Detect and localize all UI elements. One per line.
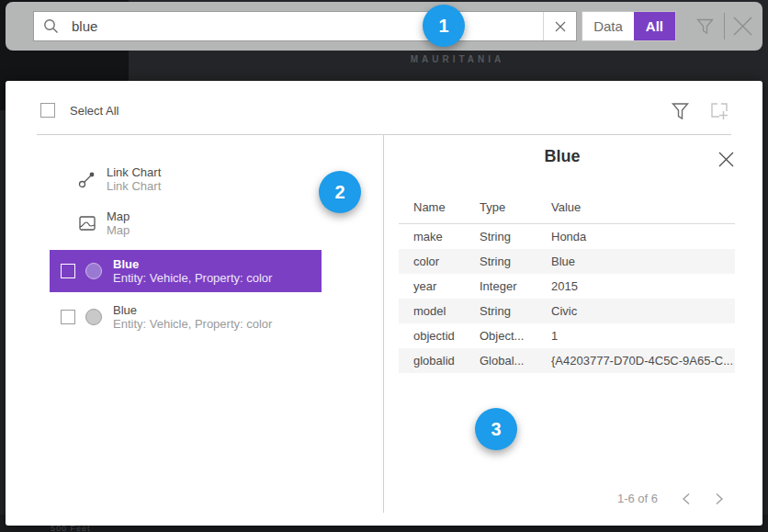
search-input[interactable] [59,18,543,34]
result-subtitle: Map [107,223,130,237]
funnel-icon [672,102,689,120]
table-cell: String [480,299,551,323]
toolbar-filter-button[interactable] [695,17,715,36]
table-row: makeStringHonda [399,224,735,250]
result-title: Link Chart [107,165,161,179]
result-title: Map [107,209,130,223]
table-row: objectidObject...1 [399,323,735,348]
result-text: BlueEntity: Vehicle, Property: color [113,257,272,285]
search-toolbar: Data All [6,2,762,51]
add-selection-button[interactable] [709,101,729,121]
select-all-checkbox[interactable] [40,103,55,118]
table-cell: {A4203777-D70D-4C5C-9A65-C... [551,348,735,373]
table-cell: Object... [480,323,551,348]
annotation-badge-3: 3 [475,408,517,450]
table-cell: Blue [551,249,735,274]
property-table: NameTypeValue makeStringHondacolorString… [399,193,735,373]
table-row: colorStringBlue [399,249,735,274]
table-cell: objectid [399,323,480,348]
pagination-next-button[interactable] [715,492,724,505]
toolbar-close-button[interactable] [730,14,755,39]
map-icon [77,213,97,233]
select-all-row: Select All [40,103,119,118]
funnel-icon [695,17,715,36]
select-all-label: Select All [70,104,119,118]
close-icon [730,14,755,39]
entity-dot-icon [85,263,102,279]
pagination: 1-6 of 6 [617,492,724,505]
table-row: globalidGlobal...{A4203777-D70D-4C5C-9A6… [399,348,735,373]
column-header-type: Type [480,193,551,224]
clear-search-button[interactable] [543,12,576,40]
toggle-option-all[interactable]: All [634,12,675,40]
result-text: MapMap [107,209,130,237]
table-cell: String [480,224,551,250]
table-cell: Global... [480,348,551,373]
header-divider [37,134,731,135]
pagination-prev-button[interactable] [682,492,691,505]
link-chart-icon [77,169,97,189]
entity-dot-icon [85,309,102,325]
result-subtitle: Entity: Vehicle, Property: color [113,271,272,285]
detail-close-button[interactable] [717,151,735,168]
table-cell: year [399,274,480,299]
scope-toggle: Data All [582,11,676,41]
table-row: yearInteger2015 [399,274,735,299]
table-cell: model [399,299,480,323]
map-label-mauritania: MAURITANIA [73,54,768,64]
column-header-name: Name [399,193,480,224]
result-text: BlueEntity: Vehicle, Property: color [113,303,272,331]
detail-title: Blue [383,147,741,166]
result-subtitle: Entity: Vehicle, Property: color [113,317,272,331]
pagination-label: 1-6 of 6 [617,492,658,505]
result-item-map[interactable]: MapMap [37,203,322,243]
result-text: Link ChartLink Chart [107,165,161,193]
result-title: Blue [113,257,272,271]
toggle-option-data[interactable]: Data [582,12,634,40]
close-icon [717,151,735,168]
result-item-link-chart[interactable]: Link ChartLink Chart [37,159,322,199]
search-icon [43,18,59,34]
panel-divider [383,135,384,513]
screenshot-root: WESTERN SAHARA MAURITANIA 500 Feet Data … [0,0,768,532]
result-item-blue[interactable]: BlueEntity: Vehicle, Property: color [50,296,322,338]
toolbar-divider [724,13,725,40]
result-title: Blue [113,303,272,317]
search-box [33,11,577,41]
table-cell: Integer [480,274,551,299]
search-results-dialog: Select All Link ChartLink ChartMapMapBlu… [6,81,762,526]
result-subtitle: Link Chart [107,179,161,193]
clear-x-icon [555,21,566,32]
annotation-badge-1: 1 [423,5,465,47]
table-cell: Civic [551,299,735,323]
table-cell: String [480,249,551,274]
property-table-header: NameTypeValue [399,193,735,224]
table-row: modelStringCivic [399,299,735,323]
add-selection-icon [709,101,729,121]
table-cell: Honda [551,224,735,250]
result-item-blue[interactable]: BlueEntity: Vehicle, Property: color [50,250,322,292]
table-cell: make [399,224,480,250]
table-cell: color [399,249,480,274]
annotation-badge-2: 2 [319,171,361,213]
result-checkbox[interactable] [61,264,75,278]
panel-header-icons [672,101,729,121]
chevron-right-icon [715,492,724,505]
table-cell: globalid [399,348,480,373]
result-checkbox[interactable] [61,310,75,324]
results-filter-button[interactable] [672,102,689,120]
column-header-value: Value [551,193,735,224]
table-cell: 2015 [551,274,735,299]
chevron-left-icon [682,492,691,505]
table-cell: 1 [551,323,735,348]
